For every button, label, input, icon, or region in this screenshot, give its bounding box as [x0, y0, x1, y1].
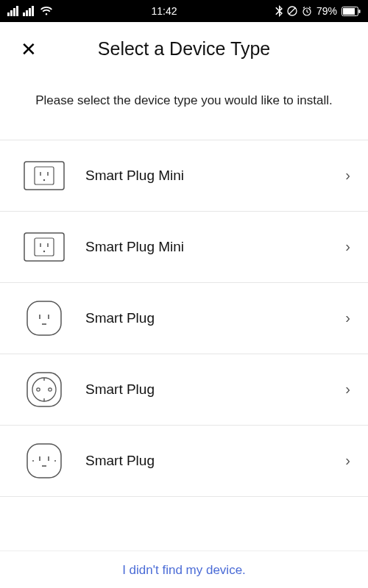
battery-percent: 79% — [316, 5, 337, 17]
wifi-icon — [40, 6, 53, 16]
svg-line-1 — [289, 8, 295, 15]
chevron-right-icon: › — [345, 238, 350, 255]
plug-rect-icon — [24, 226, 65, 268]
not-found-link[interactable]: I didn't find my device. — [0, 551, 368, 588]
chevron-right-icon: › — [345, 381, 350, 398]
signal-icon — [7, 6, 18, 16]
svg-point-10 — [43, 179, 45, 180]
svg-point-15 — [43, 250, 45, 251]
plug-rect-icon — [24, 155, 65, 196]
close-icon: ✕ — [21, 38, 37, 60]
dnd-icon — [287, 6, 297, 16]
status-right: 79% — [275, 5, 361, 17]
device-item-plug-mini[interactable]: Smart Plug Mini › — [0, 212, 368, 283]
svg-rect-16 — [27, 301, 61, 335]
chevron-right-icon: › — [345, 167, 350, 184]
chevron-right-icon: › — [345, 452, 350, 469]
svg-point-21 — [32, 378, 56, 401]
device-item-label: Smart Plug Mini — [65, 239, 345, 255]
bluetooth-icon — [275, 5, 283, 17]
header: ✕ Select a Device Type — [0, 22, 368, 71]
close-button[interactable]: ✕ — [21, 40, 37, 59]
device-list: Smart Plug Mini › Smart Plug Mini › Smar… — [0, 140, 368, 497]
plug-round-us-icon — [24, 440, 65, 481]
plug-round-eu-icon — [24, 369, 65, 410]
svg-point-30 — [32, 460, 34, 462]
page-title: Select a Device Type — [18, 38, 350, 60]
page-subtitle: Please select the device type you would … — [0, 71, 368, 140]
svg-rect-5 — [358, 10, 360, 13]
device-item-label: Smart Plug — [65, 453, 345, 469]
plug-round-us-icon — [24, 298, 65, 339]
alarm-icon — [302, 6, 312, 16]
svg-rect-11 — [24, 233, 64, 261]
device-item-plug[interactable]: Smart Plug › — [0, 354, 368, 426]
svg-rect-6 — [24, 162, 64, 190]
svg-rect-12 — [35, 238, 54, 256]
svg-rect-7 — [35, 167, 54, 184]
svg-rect-26 — [27, 444, 61, 478]
battery-icon — [342, 7, 361, 16]
svg-point-22 — [37, 387, 40, 390]
svg-rect-4 — [343, 8, 355, 15]
device-item-plug-mini[interactable]: Smart Plug Mini › — [0, 140, 368, 212]
device-item-label: Smart Plug — [65, 381, 345, 398]
svg-point-31 — [54, 460, 56, 462]
signal-icon — [23, 6, 34, 16]
status-time: 11:42 — [151, 5, 177, 17]
device-item-plug[interactable]: Smart Plug › — [0, 426, 368, 497]
status-bar: 11:42 79% — [0, 0, 368, 22]
chevron-right-icon: › — [345, 309, 350, 326]
device-item-plug[interactable]: Smart Plug › — [0, 283, 368, 354]
device-item-label: Smart Plug Mini — [65, 168, 345, 184]
status-left — [7, 6, 53, 16]
device-item-label: Smart Plug — [65, 310, 345, 326]
svg-point-23 — [49, 387, 52, 390]
